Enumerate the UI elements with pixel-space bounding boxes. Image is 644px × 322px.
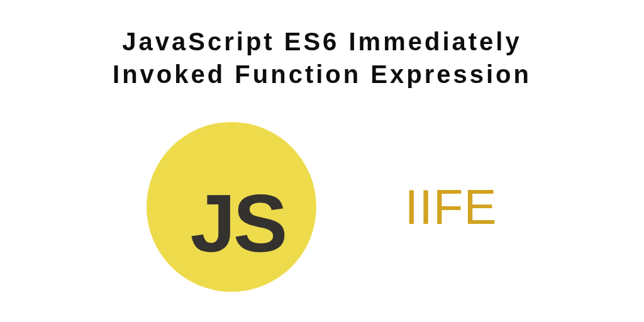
- page-title: JavaScript ES6 Immediately Invoked Funct…: [0, 0, 644, 91]
- content-row: JS IIFE: [0, 91, 644, 292]
- js-logo-text: JS: [190, 176, 285, 270]
- iife-acronym: IIFE: [404, 179, 497, 236]
- js-logo-badge: JS: [147, 122, 316, 292]
- title-line-2: Invoked Function Expression: [0, 58, 644, 91]
- title-line-1: JavaScript ES6 Immediately: [0, 25, 644, 58]
